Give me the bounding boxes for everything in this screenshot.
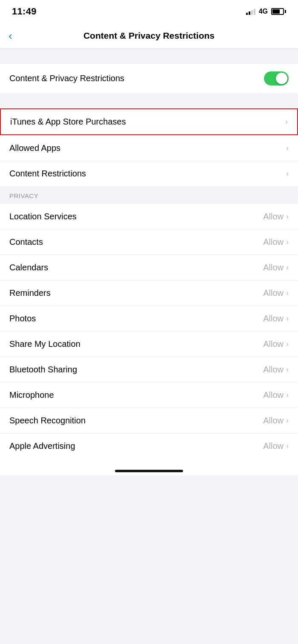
privacy-row-value: Allow: [263, 441, 284, 451]
toggle-label: Content & Privacy Restrictions: [9, 74, 124, 83]
status-bar: 11:49 4G: [0, 0, 298, 23]
allowed-apps-label: Allowed Apps: [9, 143, 60, 153]
content-privacy-toggle-row: Content & Privacy Restrictions: [0, 64, 298, 93]
privacy-section-header: PRIVACY: [0, 186, 298, 204]
chevron-icon: ›: [286, 442, 289, 451]
chevron-icon: ›: [286, 314, 289, 323]
privacy-header-text: PRIVACY: [9, 192, 38, 199]
main-list-section: iTunes & App Store Purchases › Allowed A…: [0, 108, 298, 186]
privacy-row-value: Allow: [263, 416, 284, 426]
privacy-row[interactable]: Share My LocationAllow›: [0, 332, 298, 357]
chevron-icon-3: ›: [286, 169, 289, 178]
privacy-row-right: Allow›: [263, 237, 289, 247]
privacy-row[interactable]: ContactsAllow›: [0, 230, 298, 255]
privacy-row-value: Allow: [263, 365, 284, 374]
content-restrictions-label: Content Restrictions: [9, 169, 86, 179]
toggle-thumb: [276, 73, 287, 84]
chevron-icon: ›: [285, 117, 288, 126]
privacy-row-right: Allow›: [263, 314, 289, 323]
privacy-row[interactable]: Speech RecognitionAllow›: [0, 408, 298, 434]
privacy-row-label: Calendars: [9, 263, 48, 272]
itunes-row-label: iTunes & App Store Purchases: [10, 117, 126, 127]
chevron-icon: ›: [286, 365, 289, 374]
privacy-row-right: Allow›: [263, 365, 289, 374]
privacy-row-value: Allow: [263, 314, 284, 323]
privacy-row-label: Reminders: [9, 288, 51, 298]
battery-icon: [271, 8, 286, 15]
back-button[interactable]: ‹: [9, 30, 26, 41]
itunes-purchases-row[interactable]: iTunes & App Store Purchases ›: [0, 108, 298, 135]
privacy-row-label: Bluetooth Sharing: [9, 365, 77, 374]
privacy-row-label: Microphone: [9, 390, 54, 400]
privacy-row-right: Allow›: [263, 339, 289, 349]
chevron-icon: ›: [286, 212, 289, 221]
chevron-icon: ›: [286, 416, 289, 425]
privacy-row-value: Allow: [263, 212, 284, 221]
privacy-row-value: Allow: [263, 263, 284, 272]
page-title: Content & Privacy Restrictions: [26, 31, 272, 41]
privacy-row[interactable]: CalendarsAllow›: [0, 255, 298, 281]
privacy-row-right: Allow›: [263, 390, 289, 400]
privacy-row[interactable]: PhotosAllow›: [0, 306, 298, 332]
privacy-row-right: Allow›: [263, 263, 289, 272]
privacy-row[interactable]: Apple AdvertisingAllow›: [0, 434, 298, 459]
status-icons: 4G: [246, 8, 286, 15]
nav-bar: ‹ Content & Privacy Restrictions: [0, 23, 298, 48]
toggle-switch[interactable]: [264, 71, 289, 85]
privacy-row-label: Speech Recognition: [9, 416, 86, 426]
home-indicator-area: [0, 459, 298, 476]
privacy-row[interactable]: MicrophoneAllow›: [0, 383, 298, 408]
privacy-row[interactable]: RemindersAllow›: [0, 281, 298, 306]
privacy-row-value: Allow: [263, 237, 284, 247]
chevron-icon: ›: [286, 340, 289, 349]
chevron-icon: ›: [286, 238, 289, 247]
allowed-apps-right: ›: [286, 144, 289, 153]
privacy-row-value: Allow: [263, 390, 284, 400]
privacy-row[interactable]: Bluetooth SharingAllow›: [0, 357, 298, 383]
privacy-list-section: Location ServicesAllow›ContactsAllow›Cal…: [0, 204, 298, 459]
network-type: 4G: [259, 8, 268, 15]
chevron-icon-2: ›: [286, 144, 289, 153]
privacy-row-value: Allow: [263, 288, 284, 298]
status-time: 11:49: [12, 6, 37, 17]
privacy-row[interactable]: Location ServicesAllow›: [0, 204, 298, 230]
privacy-row-right: Allow›: [263, 288, 289, 298]
signal-icon: [246, 8, 255, 15]
privacy-row-right: Allow›: [263, 441, 289, 451]
privacy-row-label: Share My Location: [9, 339, 80, 349]
itunes-row-right: ›: [285, 117, 288, 126]
chevron-icon: ›: [286, 263, 289, 272]
privacy-row-label: Contacts: [9, 237, 43, 247]
privacy-row-right: Allow›: [263, 416, 289, 426]
privacy-row-label: Photos: [9, 314, 36, 323]
privacy-row-label: Apple Advertising: [9, 441, 75, 451]
chevron-icon: ›: [286, 289, 289, 298]
privacy-row-right: Allow›: [263, 212, 289, 221]
privacy-row-label: Location Services: [9, 212, 77, 221]
privacy-row-value: Allow: [263, 339, 284, 349]
back-chevron-icon: ‹: [9, 30, 12, 41]
content-restrictions-right: ›: [286, 169, 289, 178]
chevron-icon: ›: [286, 391, 289, 400]
section-gap-top: [0, 48, 298, 64]
allowed-apps-row[interactable]: Allowed Apps ›: [0, 136, 298, 161]
content-restrictions-row[interactable]: Content Restrictions ›: [0, 161, 298, 186]
section-gap-1: [0, 93, 298, 108]
home-indicator: [115, 470, 183, 472]
